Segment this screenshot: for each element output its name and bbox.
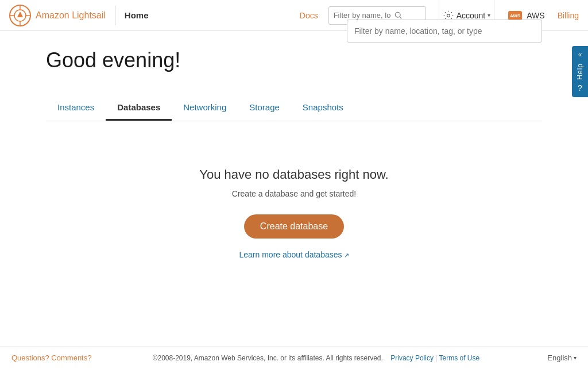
language-label: English [547, 353, 572, 362]
filter-row [46, 20, 542, 43]
no-databases-subtitle: Create a database and get started! [232, 189, 356, 198]
tabs-nav: Instances Databases Networking Storage S… [46, 95, 542, 121]
header-divider [115, 6, 115, 25]
learn-more-link[interactable]: Learn more about databases↗ [239, 250, 349, 259]
logo[interactable]: Amazon Lightsail [9, 5, 106, 26]
tab-databases[interactable]: Databases [106, 95, 172, 121]
search-icon [394, 11, 403, 20]
footer: Questions? Comments? ©2008-2019, Amazon … [0, 346, 588, 369]
empty-state: You have no databases right now. Create … [46, 121, 542, 294]
account-label: Account [457, 11, 486, 20]
help-label: Help [576, 63, 584, 80]
no-databases-title: You have no databases right now. [199, 167, 388, 182]
billing-link[interactable]: Billing [558, 11, 579, 20]
tab-instances[interactable]: Instances [46, 95, 106, 121]
account-chevron-icon: ▾ [488, 12, 490, 18]
help-question-icon: ? [578, 83, 582, 93]
terms-of-use-link[interactable]: Terms of Use [439, 354, 480, 362]
help-panel[interactable]: « Help ? [572, 46, 588, 97]
footer-questions[interactable]: Questions? Comments? [11, 353, 91, 362]
tab-networking[interactable]: Networking [172, 95, 238, 121]
svg-point-9 [447, 14, 450, 17]
logo-text: Amazon Lightsail [36, 10, 106, 21]
language-chevron-icon: ▾ [574, 355, 577, 361]
help-chevron-icon: « [578, 51, 582, 59]
svg-point-7 [395, 12, 400, 17]
footer-copyright: ©2008-2019, Amazon Web Services, Inc. or… [91, 354, 540, 362]
tab-storage[interactable]: Storage [238, 95, 291, 121]
external-link-icon: ↗ [344, 252, 349, 259]
greeting-heading: Good evening! [46, 48, 542, 72]
filter-input[interactable] [347, 20, 542, 43]
docs-link[interactable]: Docs [300, 11, 318, 20]
privacy-policy-link[interactable]: Privacy Policy [390, 354, 434, 362]
svg-marker-6 [17, 11, 23, 17]
main-content: Good evening! Instances Databases Networ… [0, 31, 588, 305]
lightsail-logo-icon [9, 5, 31, 26]
aws-label: AWS [527, 11, 544, 20]
language-selector[interactable]: English ▾ [547, 353, 577, 362]
search-input[interactable] [334, 11, 391, 20]
svg-line-8 [400, 17, 401, 18]
create-database-button[interactable]: Create database [244, 214, 344, 239]
home-nav[interactable]: Home [125, 10, 149, 20]
svg-text:AWS: AWS [510, 13, 521, 18]
tab-snapshots[interactable]: Snapshots [291, 95, 355, 121]
